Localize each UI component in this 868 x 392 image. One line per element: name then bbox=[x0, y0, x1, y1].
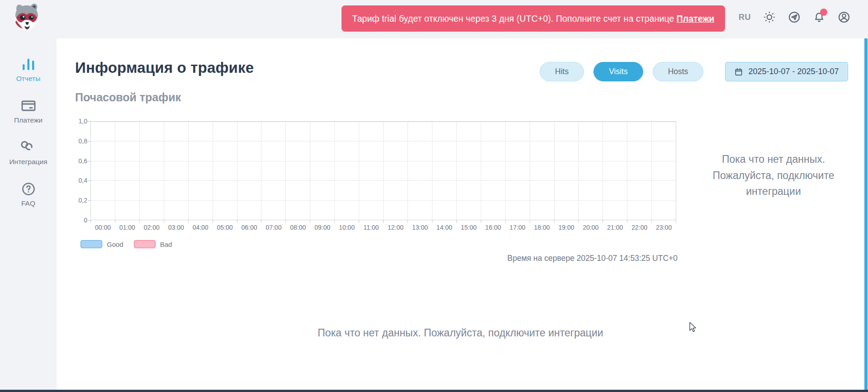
account-icon[interactable] bbox=[838, 11, 850, 24]
link-chain-icon bbox=[20, 140, 37, 155]
credit-card-icon bbox=[20, 98, 37, 113]
x-tick-label: 05:00 bbox=[213, 224, 237, 231]
chart-hour-cell: 07:00 bbox=[261, 122, 286, 220]
chart-hour-cell: 05:00 bbox=[213, 122, 237, 220]
telegram-icon[interactable] bbox=[788, 11, 801, 24]
sidebar-item-payments[interactable]: Платежи bbox=[0, 98, 57, 124]
y-tick-label: 1,0 bbox=[75, 117, 87, 125]
chart-hour-cell: 16:00 bbox=[481, 122, 506, 220]
chart-hour-cell: 18:00 bbox=[530, 122, 555, 220]
chart-hour-cell: 10:00 bbox=[335, 122, 359, 220]
x-tick-label: 07:00 bbox=[261, 224, 285, 231]
chart-hour-cell: 22:00 bbox=[627, 122, 652, 220]
x-tick-label: 18:00 bbox=[530, 224, 554, 231]
legend-item-good[interactable]: Good bbox=[81, 240, 123, 248]
banner-payments-link[interactable]: Платежи bbox=[677, 14, 715, 24]
chart-hour-cell: 04:00 bbox=[189, 122, 213, 220]
chart-hour-cell: 01:00 bbox=[115, 122, 140, 220]
x-tick-label: 14:00 bbox=[432, 224, 456, 231]
sidebar-item-reports[interactable]: Отчеты bbox=[0, 57, 57, 83]
metric-button-visits[interactable]: Visits bbox=[593, 62, 643, 81]
x-tick-label: 03:00 bbox=[164, 224, 188, 231]
x-tick-label: 11:00 bbox=[359, 224, 383, 231]
chart-hour-cell: 00:00 bbox=[91, 122, 115, 220]
chart-y-axis: 1,00,80,60,40,20 bbox=[75, 121, 87, 220]
chart-hour-cell: 13:00 bbox=[408, 122, 432, 220]
no-data-message-bottom: Пока что нет данных. Пожалуйста, подключ… bbox=[57, 327, 864, 339]
chart-hour-cell: 23:00 bbox=[652, 122, 676, 220]
chart-hour-cell: 21:00 bbox=[603, 122, 627, 220]
scrollbar[interactable] bbox=[864, 38, 868, 390]
chart-hour-cell: 12:00 bbox=[384, 122, 408, 220]
legend-label: Bad bbox=[160, 241, 172, 248]
x-tick-label: 06:00 bbox=[237, 224, 261, 231]
chart-hour-cell: 19:00 bbox=[555, 122, 579, 220]
chart-hour-cell: 08:00 bbox=[286, 122, 310, 220]
legend-item-bad[interactable]: Bad bbox=[134, 240, 172, 248]
date-range-value: 2025-10-07 - 2025-10-07 bbox=[748, 67, 839, 76]
calendar-icon bbox=[734, 67, 743, 76]
x-tick-label: 15:00 bbox=[457, 224, 481, 231]
section-title: Почасовой трафик bbox=[75, 91, 181, 104]
date-range-picker[interactable]: 2025-10-07 - 2025-10-07 bbox=[725, 62, 848, 81]
x-tick-label: 10:00 bbox=[335, 224, 359, 231]
notifications-bell-icon[interactable] bbox=[813, 11, 825, 24]
x-tick-label: 12:00 bbox=[384, 224, 408, 231]
y-tick-label: 0,8 bbox=[75, 137, 87, 145]
page-title: Информация о трафике bbox=[75, 59, 254, 76]
raccoon-logo-icon bbox=[10, 2, 43, 32]
x-tick-label: 20:00 bbox=[579, 224, 602, 231]
chart-hour-cell: 20:00 bbox=[579, 122, 603, 220]
sidebar-item-label: Платежи bbox=[14, 116, 43, 124]
sidebar-item-label: Отчеты bbox=[16, 75, 41, 83]
hourly-traffic-chart: 1,00,80,60,40,20 00:0001:0002:0003:0004:… bbox=[75, 121, 681, 243]
no-data-message-side: Пока что нет данных. Пожалуйста, подключ… bbox=[701, 151, 846, 200]
trial-warning-banner: Тариф trial будет отключен через 3 дня (… bbox=[342, 5, 725, 32]
app-header: Тариф trial будет отключен через 3 дня (… bbox=[0, 0, 868, 38]
chart-hour-cell: 11:00 bbox=[359, 122, 384, 220]
theme-sun-icon[interactable] bbox=[763, 11, 776, 24]
y-tick-label: 0,6 bbox=[75, 157, 87, 165]
language-switcher[interactable]: RU bbox=[739, 13, 751, 22]
metric-button-hosts[interactable]: Hosts bbox=[653, 62, 704, 81]
chart-hour-cell: 17:00 bbox=[506, 122, 530, 220]
legend-swatch bbox=[81, 240, 102, 248]
banner-text: Тариф trial будет отключен через 3 дня (… bbox=[352, 14, 674, 24]
sidebar-item-label: Интеграция bbox=[9, 158, 47, 166]
sidebar-item-integration[interactable]: Интеграция bbox=[0, 140, 57, 166]
bar-chart-icon bbox=[20, 57, 37, 72]
x-tick-label: 01:00 bbox=[115, 224, 139, 231]
sidebar-item-faq[interactable]: FAQ bbox=[0, 181, 57, 208]
chart-legend: GoodBad bbox=[81, 240, 172, 248]
x-tick-label: 08:00 bbox=[286, 224, 310, 231]
chart-hour-cell: 02:00 bbox=[140, 122, 164, 220]
chart-hour-cell: 03:00 bbox=[164, 122, 189, 220]
x-tick-label: 21:00 bbox=[603, 224, 627, 231]
x-tick-label: 19:00 bbox=[555, 224, 579, 231]
chart-hour-cell: 15:00 bbox=[457, 122, 481, 220]
app-logo[interactable] bbox=[10, 2, 43, 32]
y-tick-label: 0,4 bbox=[75, 176, 87, 184]
legend-swatch bbox=[134, 240, 156, 248]
chart-hour-cell: 14:00 bbox=[432, 122, 457, 220]
x-tick-label: 04:00 bbox=[189, 224, 213, 231]
x-tick-label: 23:00 bbox=[652, 224, 676, 231]
sidebar-item-label: FAQ bbox=[21, 199, 35, 208]
metric-button-group: HitsVisitsHosts bbox=[540, 62, 703, 81]
header-controls: RU bbox=[739, 0, 850, 34]
metric-button-hits[interactable]: Hits bbox=[540, 62, 584, 81]
x-tick-label: 16:00 bbox=[481, 224, 505, 231]
x-tick-label: 13:00 bbox=[408, 224, 432, 231]
legend-label: Good bbox=[107, 241, 123, 248]
x-tick-label: 02:00 bbox=[140, 224, 164, 231]
chart-hour-cell: 09:00 bbox=[310, 122, 335, 220]
x-tick-label: 00:00 bbox=[91, 224, 115, 231]
chart-hour-cell: 06:00 bbox=[237, 122, 262, 220]
y-tick-label: 0 bbox=[75, 216, 87, 224]
page: Тариф trial будет отключен через 3 дня (… bbox=[0, 0, 868, 392]
bottom-accent-bar bbox=[0, 390, 868, 392]
x-tick-label: 17:00 bbox=[506, 224, 530, 231]
x-tick-label: 09:00 bbox=[310, 224, 334, 231]
y-tick-label: 0,2 bbox=[75, 196, 87, 204]
server-time: Время на сервере 2025-10-07 14:53:25 UTC… bbox=[508, 254, 678, 263]
